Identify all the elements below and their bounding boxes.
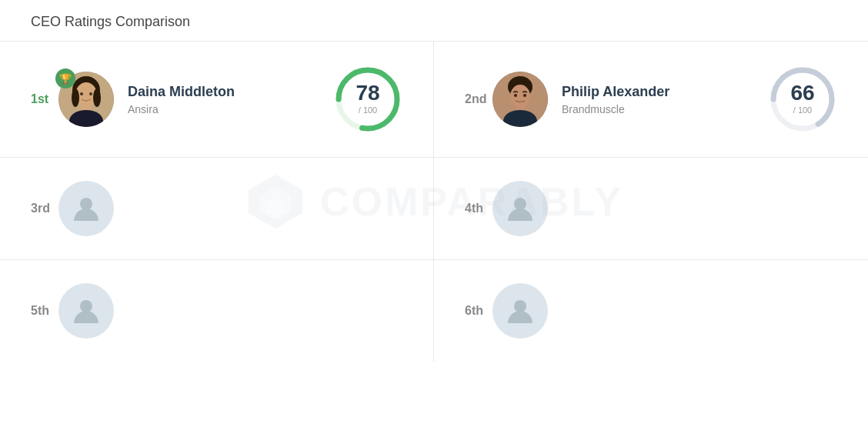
page-header: CEO Ratings Comparison bbox=[0, 0, 868, 42]
score-number-1: 78 bbox=[356, 82, 379, 104]
person-info-1: Daina Middleton Ansira bbox=[128, 84, 333, 115]
svg-point-16 bbox=[510, 85, 530, 108]
rank-cell-6th: 6th bbox=[434, 260, 868, 362]
svg-point-9 bbox=[93, 88, 101, 107]
avatar-wrapper-2 bbox=[492, 72, 548, 127]
page-title: CEO Ratings Comparison bbox=[31, 14, 837, 30]
score-ring-1: 78 / 100 bbox=[333, 65, 402, 134]
avatar-philip bbox=[492, 72, 548, 127]
rank-number-3: 3rd bbox=[31, 202, 58, 215]
svg-point-8 bbox=[72, 88, 79, 107]
svg-point-20 bbox=[523, 94, 526, 97]
person-info-2: Philip Alexander Brandmuscle bbox=[562, 84, 768, 115]
rank-number-5: 5th bbox=[31, 304, 58, 318]
rank-cell-3rd: 3rd bbox=[0, 158, 434, 260]
rank-cell-5th: 5th bbox=[0, 260, 434, 362]
score-text-1: 78 / 100 bbox=[356, 82, 379, 115]
person-company-2: Brandmuscle bbox=[562, 103, 768, 115]
avatar-placeholder-6 bbox=[492, 283, 548, 339]
ranks-container: COMPARABLY 1st 🏆 bbox=[0, 42, 868, 362]
score-text-2: 66 / 100 bbox=[790, 82, 814, 115]
person-name-1: Daina Middleton bbox=[128, 84, 333, 100]
svg-point-23 bbox=[80, 198, 92, 210]
rank-number-1: 1st bbox=[31, 92, 58, 106]
avatar-placeholder-5 bbox=[58, 283, 114, 339]
trophy-badge: 🏆 bbox=[55, 68, 75, 88]
svg-point-25 bbox=[80, 300, 92, 312]
score-number-2: 66 bbox=[790, 82, 814, 104]
svg-point-19 bbox=[514, 94, 517, 97]
score-denom-2: / 100 bbox=[790, 105, 814, 115]
trophy-icon: 🏆 bbox=[59, 73, 72, 85]
rank-cell-2nd: 2nd bbox=[434, 42, 868, 158]
rank-number-6: 6th bbox=[465, 304, 492, 318]
rank-number-4: 4th bbox=[465, 202, 492, 215]
avatar-placeholder-4 bbox=[492, 181, 548, 236]
rank-number-2: 2nd bbox=[465, 92, 492, 106]
person-company-1: Ansira bbox=[128, 103, 333, 115]
score-ring-2: 66 / 100 bbox=[768, 65, 837, 134]
main-content: COMPARABLY 1st 🏆 bbox=[0, 42, 868, 362]
person-name-2: Philip Alexander bbox=[562, 84, 768, 100]
svg-point-11 bbox=[89, 92, 92, 95]
svg-point-26 bbox=[514, 300, 526, 312]
ranking-grid: 1st 🏆 bbox=[0, 42, 868, 362]
avatar-wrapper-1: 🏆 bbox=[58, 72, 114, 127]
svg-point-10 bbox=[80, 92, 83, 95]
rank-cell-4th: 4th bbox=[434, 158, 868, 260]
avatar-placeholder-3 bbox=[58, 181, 114, 236]
score-denom-1: / 100 bbox=[356, 105, 379, 115]
rank-cell-1st: 1st 🏆 bbox=[0, 42, 434, 158]
svg-point-24 bbox=[514, 198, 526, 210]
